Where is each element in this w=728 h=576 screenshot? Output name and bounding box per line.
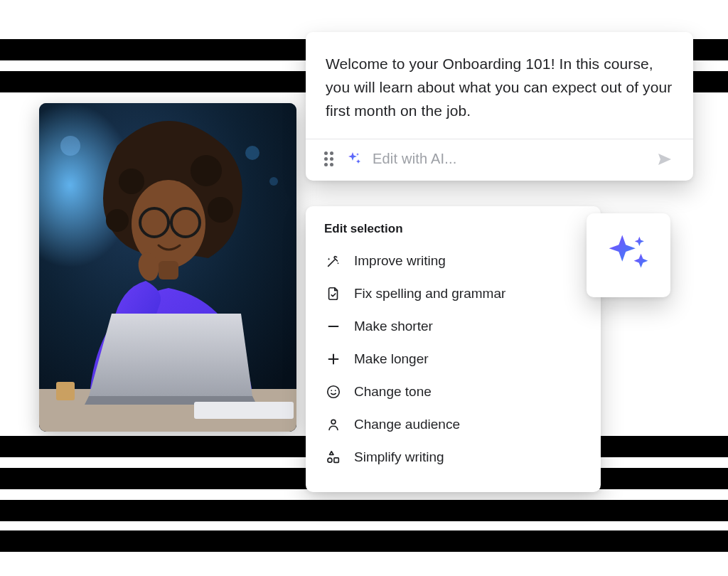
svg-point-8 — [106, 209, 129, 232]
menu-item-make-shorter[interactable]: Make shorter — [324, 310, 582, 343]
ai-prompt-row[interactable]: Edit with AI... — [326, 139, 673, 181]
plus-icon — [326, 351, 341, 367]
svg-rect-28 — [334, 458, 338, 462]
send-icon[interactable] — [656, 151, 673, 168]
svg-point-7 — [208, 197, 233, 223]
svg-point-25 — [335, 390, 336, 391]
menu-item-make-longer[interactable]: Make longer — [324, 343, 582, 375]
doc-check-icon — [326, 286, 341, 302]
menu-item-change-audience[interactable]: Change audience — [324, 408, 582, 441]
svg-point-6 — [191, 155, 222, 186]
wand-icon — [326, 253, 341, 269]
editor-card: Welcome to your Onboarding 101! In this … — [306, 32, 693, 181]
menu-item-change-tone[interactable]: Change tone — [324, 375, 582, 408]
sparkle-icon — [346, 151, 363, 168]
menu-item-label: Fix spelling and grammar — [354, 286, 505, 302]
svg-point-23 — [328, 386, 340, 398]
svg-marker-16 — [89, 314, 252, 396]
hero-photo — [39, 103, 296, 432]
smiley-icon — [326, 384, 341, 400]
menu-item-label: Improve writing — [354, 253, 446, 269]
sparkle-card — [587, 213, 670, 297]
person-icon — [326, 417, 341, 432]
ai-prompt-input[interactable]: Edit with AI... — [373, 151, 646, 167]
svg-rect-18 — [194, 402, 294, 419]
svg-point-3 — [269, 177, 278, 186]
svg-point-2 — [245, 146, 259, 160]
menu-item-label: Simplify writing — [354, 449, 444, 465]
menu-title: Edit selection — [324, 222, 582, 236]
decorative-band — [0, 530, 728, 552]
minus-icon — [326, 319, 341, 334]
svg-rect-19 — [56, 382, 75, 400]
svg-rect-13 — [159, 261, 178, 279]
sparkle-icon — [604, 230, 653, 280]
svg-point-4 — [60, 136, 80, 156]
menu-item-label: Change tone — [354, 384, 432, 400]
decorative-band — [0, 500, 728, 521]
drag-handle-icon[interactable] — [324, 151, 336, 166]
shapes-icon — [326, 449, 341, 465]
svg-point-26 — [331, 420, 336, 424]
svg-point-24 — [331, 390, 332, 391]
menu-item-simplify-writing[interactable]: Simplify writing — [324, 441, 582, 474]
menu-item-label: Make shorter — [354, 319, 433, 334]
menu-item-label: Change audience — [354, 417, 460, 432]
menu-item-improve-writing[interactable]: Improve writing — [324, 245, 582, 277]
menu-item-label: Make longer — [354, 351, 429, 367]
editor-text[interactable]: Welcome to your Onboarding 101! In this … — [326, 52, 673, 123]
svg-point-5 — [119, 169, 144, 194]
menu-item-fix-spelling[interactable]: Fix spelling and grammar — [324, 277, 582, 310]
svg-point-27 — [328, 458, 332, 462]
edit-selection-menu: Edit selection Improve writing Fix spell… — [306, 206, 601, 492]
